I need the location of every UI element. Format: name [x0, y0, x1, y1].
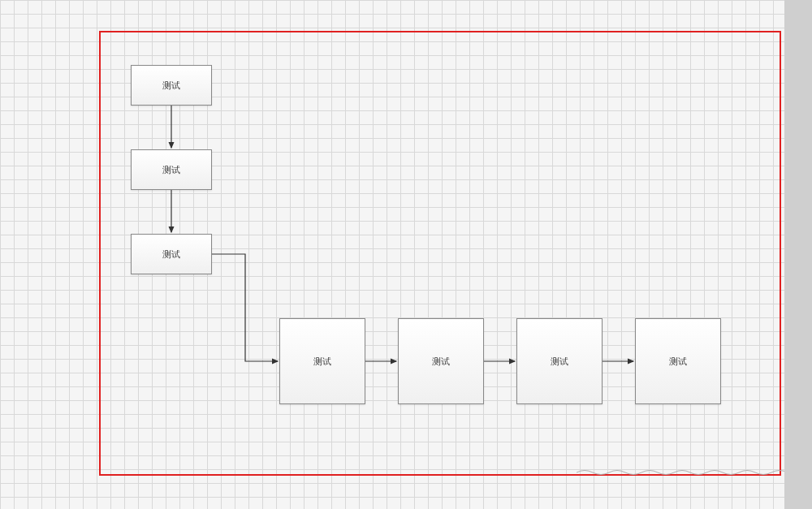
flowchart-node-1[interactable]: 测试 [131, 65, 212, 106]
flowchart-node-2[interactable]: 测试 [131, 149, 212, 190]
flowchart-node-6[interactable]: 测试 [516, 318, 603, 404]
node-label: 测试 [432, 356, 450, 368]
node-label: 测试 [162, 80, 180, 92]
node-label: 测试 [551, 356, 568, 368]
node-label: 测试 [669, 356, 687, 368]
flowchart-node-3[interactable]: 测试 [131, 234, 212, 274]
node-label: 测试 [313, 356, 331, 368]
right-panel-strip [784, 0, 812, 509]
node-label: 测试 [162, 164, 180, 176]
flowchart-node-4[interactable]: 测试 [279, 318, 365, 404]
flowchart-node-7[interactable]: 测试 [635, 318, 721, 404]
node-label: 测试 [162, 248, 180, 261]
diagram-canvas[interactable]: 测试 测试 测试 测试 测试 测试 测试 [0, 0, 784, 509]
flowchart-node-5[interactable]: 测试 [398, 318, 484, 404]
